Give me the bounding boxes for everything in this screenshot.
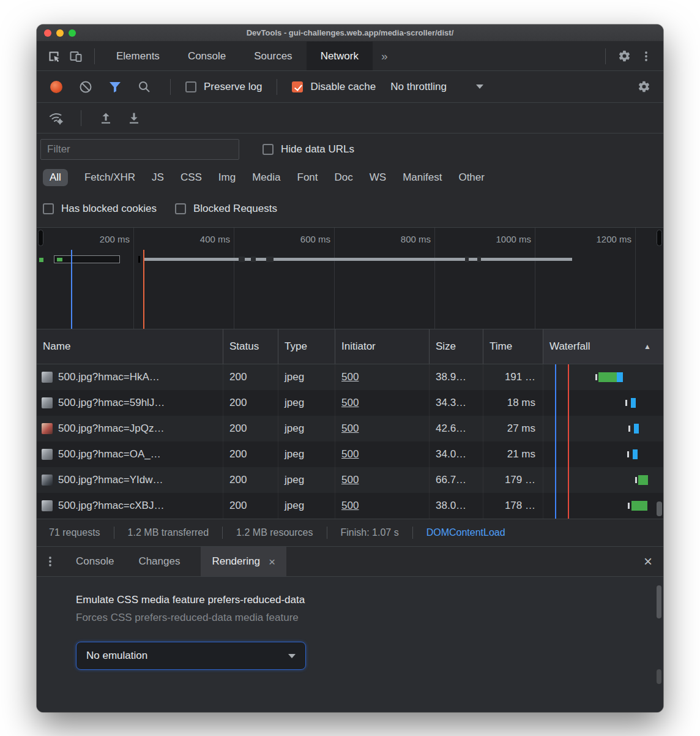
type-filter-ws[interactable]: WS	[370, 171, 386, 184]
export-har-button[interactable]	[95, 107, 117, 129]
close-tab-icon[interactable]	[269, 556, 275, 568]
initiator-link[interactable]: 500	[341, 371, 359, 383]
close-drawer-button[interactable]	[633, 554, 663, 569]
blocked-requests-control: Blocked Requests	[175, 203, 277, 215]
request-status: 200	[223, 364, 278, 390]
scrollbar-thumb[interactable]	[657, 585, 661, 618]
main-menu-button[interactable]	[635, 45, 657, 67]
transferred-size: 1.2 MB transferred	[128, 527, 209, 538]
domcontentloaded-time: DOMContentLoad	[426, 527, 651, 538]
request-status: 200	[223, 467, 278, 493]
tab-console[interactable]: Console	[174, 42, 240, 70]
overview-handle-right[interactable]	[657, 230, 662, 246]
load-marker-line	[143, 250, 144, 329]
scrollbar-thumb[interactable]	[657, 669, 661, 684]
hide-data-urls-control: Hide data URLs	[262, 143, 354, 156]
finish-time: Finish: 1.07 s	[341, 527, 399, 538]
network-overview[interactable]: 200 ms 400 ms 600 ms 800 ms 1000 ms 1200…	[37, 228, 663, 329]
blocked-requests-checkbox[interactable]	[175, 203, 186, 214]
request-size: 38.0…	[430, 493, 483, 519]
table-row[interactable]: 500.jpg?hmac=JpQz… 200 jpeg 500 42.6… 27…	[37, 416, 663, 441]
hide-data-urls-label: Hide data URLs	[281, 143, 354, 156]
gridline	[535, 228, 535, 329]
divider	[81, 110, 81, 126]
waterfall-bar	[628, 503, 630, 509]
zoom-window-button[interactable]	[69, 29, 76, 37]
requests-table-body: 500.jpg?hmac=HkA… 200 jpeg 500 38.9… 191…	[37, 364, 663, 519]
network-settings-button[interactable]	[633, 76, 655, 98]
type-filter-img[interactable]: Img	[218, 171, 236, 184]
blocked-cookies-checkbox[interactable]	[43, 203, 54, 214]
disable-cache-checkbox[interactable]	[292, 81, 303, 92]
device-toolbar-icon	[69, 50, 83, 63]
initiator-link[interactable]: 500	[341, 448, 359, 460]
overview-handle-left[interactable]	[38, 230, 43, 246]
overview-bar	[57, 258, 62, 261]
table-row[interactable]: 500.jpg?hmac=OA_… 200 jpeg 500 34.0… 21 …	[37, 441, 663, 467]
tab-network[interactable]: Network	[307, 42, 373, 70]
drawer-menu-button[interactable]	[37, 550, 64, 573]
device-toolbar-button[interactable]	[65, 45, 87, 67]
waterfall-cell	[543, 364, 663, 390]
column-header-name[interactable]: Name	[37, 329, 223, 364]
column-header-status[interactable]: Status	[223, 329, 278, 364]
close-window-button[interactable]	[44, 29, 51, 37]
type-filter-js[interactable]: JS	[152, 171, 164, 184]
column-header-size[interactable]: Size	[430, 329, 483, 364]
type-filter-css[interactable]: CSS	[181, 171, 202, 184]
initiator-link[interactable]: 500	[341, 474, 359, 486]
network-toolbar: Preserve log Disable cache No throttling	[37, 71, 663, 103]
record-button[interactable]	[45, 76, 67, 98]
type-filter-manifest[interactable]: Manifest	[403, 171, 442, 184]
network-conditions-button[interactable]	[45, 107, 67, 129]
type-filter-other[interactable]: Other	[458, 171, 485, 184]
type-filter-fetch-xhr[interactable]: Fetch/XHR	[84, 171, 135, 184]
gridline	[635, 228, 636, 329]
tab-elements[interactable]: Elements	[102, 42, 174, 70]
request-status: 200	[223, 390, 278, 416]
overview-tick	[138, 256, 140, 263]
column-header-time[interactable]: Time	[483, 329, 543, 364]
import-har-button[interactable]	[123, 107, 145, 129]
search-button[interactable]	[133, 76, 155, 98]
column-header-waterfall[interactable]: Waterfall	[543, 329, 663, 364]
table-row[interactable]: 500.jpg?hmac=HkA… 200 jpeg 500 38.9… 191…	[37, 364, 663, 390]
kebab-icon	[641, 50, 652, 62]
load-marker-line	[568, 364, 569, 519]
drawer-tab-rendering[interactable]: Rendering	[201, 547, 286, 576]
table-row[interactable]: 500.jpg?hmac=cXBJ… 200 jpeg 500 38.0… 17…	[37, 493, 663, 519]
preserve-log-checkbox[interactable]	[185, 81, 196, 92]
filter-input[interactable]	[40, 139, 239, 160]
settings-button[interactable]	[613, 45, 635, 67]
type-filter-media[interactable]: Media	[252, 171, 280, 184]
rendering-option-title: Emulate CSS media feature prefers-reduce…	[76, 593, 663, 607]
minimize-window-button[interactable]	[56, 29, 64, 37]
emulation-select[interactable]: No emulation	[76, 642, 306, 670]
waterfall-bar	[631, 398, 636, 408]
divider	[114, 527, 114, 539]
blocked-requests-label: Blocked Requests	[193, 203, 277, 215]
funnel-icon	[108, 81, 122, 93]
type-filter-all[interactable]: All	[43, 169, 68, 186]
more-tabs-button[interactable]	[373, 50, 397, 63]
hide-data-urls-checkbox[interactable]	[262, 144, 274, 155]
type-filter-doc[interactable]: Doc	[335, 171, 353, 184]
filter-toggle-button[interactable]	[104, 76, 126, 98]
initiator-link[interactable]: 500	[341, 422, 359, 435]
drawer-tab-changes[interactable]: Changes	[126, 547, 192, 576]
waterfall-bar	[633, 449, 638, 459]
type-filter-font[interactable]: Font	[297, 171, 318, 184]
table-row[interactable]: 500.jpg?hmac=59hlJ… 200 jpeg 500 34.3… 1…	[37, 390, 663, 416]
tab-sources[interactable]: Sources	[240, 42, 306, 70]
drawer-tab-console[interactable]: Console	[64, 547, 126, 576]
clear-button[interactable]	[75, 76, 97, 98]
throttling-select[interactable]: No throttling	[390, 81, 483, 93]
initiator-link[interactable]: 500	[341, 500, 359, 512]
scrollbar-thumb[interactable]	[657, 501, 662, 516]
column-header-initiator[interactable]: Initiator	[335, 329, 430, 364]
inspect-button[interactable]	[43, 45, 65, 67]
request-size: 34.0…	[430, 441, 483, 467]
table-row[interactable]: 500.jpg?hmac=YIdw… 200 jpeg 500 66.7… 17…	[37, 467, 663, 493]
column-header-type[interactable]: Type	[278, 329, 335, 364]
initiator-link[interactable]: 500	[341, 397, 359, 409]
